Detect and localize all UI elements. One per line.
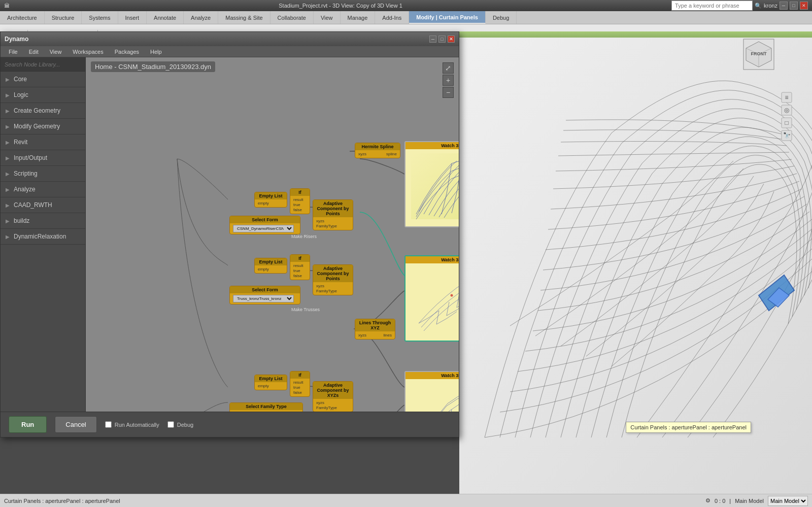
zoom-in-btn[interactable]: + (443, 75, 454, 86)
run-auto-check[interactable]: Run Automatically (105, 421, 159, 428)
node-search-input[interactable] (1, 57, 85, 72)
chevron-icon: ▶ (6, 234, 10, 240)
menu-packages[interactable]: Packages (110, 48, 144, 56)
tab-debug[interactable]: Debug (486, 11, 517, 24)
run-button[interactable]: Run (9, 416, 47, 433)
title-bar: 🏛 Stadium_Project.rvt - 3D View: Copy of… (0, 0, 812, 11)
status-separator: | (729, 498, 731, 504)
viewport-background: FRONT ≡ ◎ □ 🔭 Curtain Panels : apertureP… (459, 31, 812, 494)
adaptive-1-node[interactable]: Adaptive Component by Points xyzs Family… (313, 199, 353, 230)
nav-cube[interactable]: FRONT (743, 39, 774, 70)
sidebar-item-io[interactable]: ▶ Input/Output (1, 150, 85, 166)
tab-addins[interactable]: Add-Ins (375, 11, 409, 24)
sidebar-item-caad[interactable]: ▶ CAAD_RWTH (1, 197, 85, 213)
app-icon: 🏛 (4, 3, 10, 9)
watch3d-1[interactable]: Watch 3D 52 FPS (404, 141, 459, 227)
sf2-select[interactable]: Truss_kronzTruss_kronz (233, 295, 294, 302)
sidebar-item-label: CAAD_RWTH (14, 201, 52, 209)
menu-view[interactable]: View (45, 48, 67, 56)
sidebar-item-create-geometry[interactable]: ▶ Create Geometry (1, 103, 85, 119)
maximize-button[interactable]: □ (790, 2, 798, 10)
dynamo-canvas[interactable]: Home - CSNM_Stadium_20130923.dyn ⤢ + − (86, 57, 459, 412)
dynamo-close-btn[interactable]: ✕ (448, 36, 455, 43)
sidebar-item-core[interactable]: ▶ Core (1, 72, 85, 87)
select-form-1-node[interactable]: Select Form CSNM_DynamoRiserCSNM_DynamoR… (229, 216, 300, 234)
dynamo-sidebar: ▶ Core ▶ Logic ▶ Create Geometry ▶ Modif… (1, 57, 86, 412)
if-1-node[interactable]: If result true false (290, 188, 310, 214)
chevron-icon: ▶ (6, 187, 10, 192)
menu-edit[interactable]: Edit (24, 48, 44, 56)
watch3d-3[interactable]: Watch 3D 52 FPS (404, 371, 459, 412)
adaptive-3-node[interactable]: Adaptive Component by XYZs xyzs FamilyTy… (313, 381, 353, 412)
dynamo-title: Dynamo (5, 36, 28, 43)
tab-massing[interactable]: Massing & Site (218, 11, 270, 24)
node-connections-svg (86, 57, 459, 412)
empty-list-1-node[interactable]: Empty List empty (254, 192, 287, 208)
tab-insert[interactable]: Insert (118, 11, 147, 24)
title-bar-controls: 🔍 kronz ─ □ ✕ (671, 1, 808, 11)
sidebar-item-buildz[interactable]: ▶ buildz (1, 213, 85, 229)
tab-structure[interactable]: Structure (45, 11, 82, 24)
debug-check[interactable]: Debug (167, 421, 193, 428)
make-trusses-label: Make Trusses (291, 307, 320, 312)
empty-list-2-node[interactable]: Empty List empty (254, 258, 287, 274)
watch3d-2[interactable]: Watch 3D 52 FPS (404, 255, 459, 342)
svg-rect-7 (459, 31, 812, 38)
fullscreen-btn[interactable]: ⤢ (443, 62, 454, 74)
sidebar-item-label: Create Geometry (14, 107, 60, 114)
tab-architecture[interactable]: Architecture (0, 11, 45, 24)
tab-modify-curtain[interactable]: Modify | Curtain Panels (409, 11, 486, 24)
svg-rect-1 (411, 267, 459, 333)
debug-checkbox[interactable] (167, 421, 174, 428)
select-family-type-node[interactable]: Select Family Type aperturePanel:apertur… (229, 402, 303, 412)
menu-workspaces[interactable]: Workspaces (67, 48, 108, 56)
if-3-node[interactable]: If result true false (290, 371, 310, 397)
cancel-button[interactable]: Cancel (55, 416, 96, 433)
sidebar-item-dynrelax[interactable]: ▶ DynamicRelaxation (1, 229, 85, 245)
global-search-input[interactable] (671, 1, 753, 11)
menu-help[interactable]: Help (145, 48, 167, 56)
adaptive-2-node[interactable]: Adaptive Component by Points xyzs Family… (313, 264, 353, 295)
revit-viewport[interactable]: FRONT ≡ ◎ □ 🔭 Curtain Panels : apertureP… (459, 31, 812, 494)
dynamo-body: ▶ Core ▶ Logic ▶ Create Geometry ▶ Modif… (1, 57, 459, 412)
tab-annotate[interactable]: Annotate (147, 11, 184, 24)
sidebar-item-label: Logic (14, 91, 28, 98)
lines-xyz-1-node[interactable]: Lines Through XYZ xyzslines (355, 319, 395, 340)
sf2-body: Truss_kronzTruss_kronz (230, 293, 300, 304)
minimize-button[interactable]: ─ (780, 2, 788, 10)
select-form-2-node[interactable]: Select Form Truss_kronzTruss_kronz (229, 286, 300, 305)
lxyz1-header: Lines Through XYZ (355, 319, 395, 331)
status-text: Curtain Panels : aperturePanel : apertur… (4, 498, 120, 504)
sidebar-item-modify-geometry[interactable]: ▶ Modify Geometry (1, 119, 85, 134)
sidebar-item-scripting[interactable]: ▶ Scripting (1, 166, 85, 182)
dynamo-window: Dynamo ─ □ ✕ File Edit View Workspaces P… (0, 31, 459, 437)
tab-view[interactable]: View (314, 11, 341, 24)
zoom-out-btn[interactable]: − (443, 87, 454, 98)
menu-file[interactable]: File (4, 48, 23, 56)
sidebar-item-analyze[interactable]: ▶ Analyze (1, 182, 85, 197)
run-auto-checkbox[interactable] (105, 421, 112, 428)
sidebar-item-logic[interactable]: ▶ Logic (1, 87, 85, 103)
if2-body: result true false (290, 262, 310, 280)
canvas-controls: ⤢ + − (443, 62, 454, 98)
hermite-spline-node[interactable]: Hermite Spline xyzsspline (355, 143, 400, 158)
if-2-node[interactable]: If result true false (290, 254, 310, 280)
tab-systems[interactable]: Systems (82, 11, 118, 24)
sidebar-item-revit[interactable]: ▶ Revit (1, 134, 85, 150)
sf1-select[interactable]: CSNM_DynamoRiserCSNM_DynamoRiser (233, 225, 294, 232)
if1-header: If (290, 189, 310, 196)
tab-analyze[interactable]: Analyze (184, 11, 218, 24)
dynamo-maximize-btn[interactable]: □ (438, 36, 446, 43)
empty-list-3-node[interactable]: Empty List empty (254, 375, 287, 390)
svg-text:🔭: 🔭 (783, 131, 791, 139)
dynamo-minimize-btn[interactable]: ─ (429, 36, 436, 43)
svg-rect-5 (411, 383, 459, 412)
close-button[interactable]: ✕ (800, 2, 808, 10)
tab-manage[interactable]: Manage (341, 11, 376, 24)
model-selector[interactable]: Main Model (768, 496, 808, 506)
search-icon[interactable]: 🔍 (755, 3, 762, 9)
dynamo-breadcrumb: Home - CSNM_Stadium_20130923.dyn (91, 61, 215, 72)
tab-collaborate[interactable]: Collaborate (270, 11, 314, 24)
adap2-header: Adaptive Component by Points (313, 265, 353, 282)
sidebar-item-label: Modify Geometry (14, 123, 60, 130)
